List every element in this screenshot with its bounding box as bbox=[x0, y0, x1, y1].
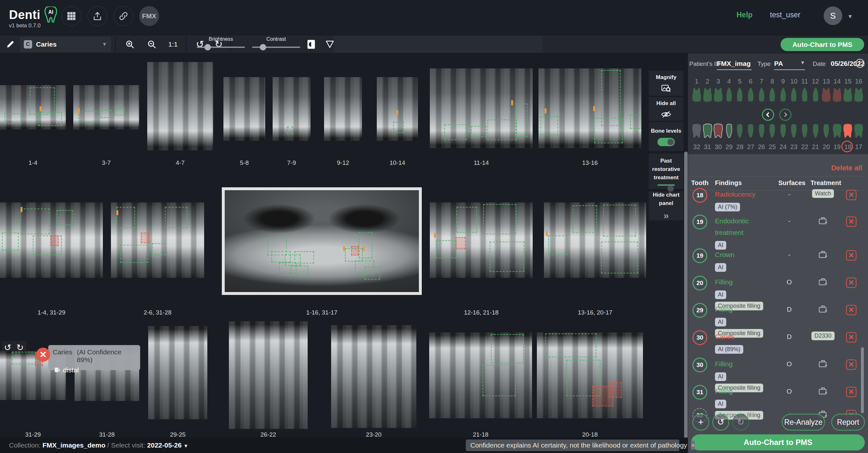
ai-finding-box[interactable] bbox=[487, 120, 516, 140]
tooth-lower-31[interactable] bbox=[703, 123, 712, 139]
add-treatment-icon[interactable] bbox=[818, 359, 828, 368]
tooth-number-lower[interactable]: 31 bbox=[702, 143, 713, 151]
tooth-number-upper[interactable]: 10 bbox=[788, 78, 799, 85]
tooth-lower-24[interactable] bbox=[778, 123, 788, 139]
ai-finding-box[interactable] bbox=[457, 207, 477, 233]
ai-finding-box[interactable] bbox=[490, 241, 525, 272]
ai-finding-box[interactable] bbox=[491, 334, 524, 363]
ai-finding-box[interactable] bbox=[393, 122, 404, 133]
tooth-upper-8[interactable] bbox=[767, 87, 777, 103]
ai-finding-box[interactable] bbox=[152, 243, 166, 255]
ai-finding-box[interactable] bbox=[359, 232, 372, 258]
fmx-view-button[interactable]: FMX bbox=[139, 6, 159, 26]
tooth-number-lower[interactable]: 24 bbox=[778, 143, 788, 151]
finding-surfaces[interactable]: O bbox=[780, 360, 799, 368]
findings-scrollbar[interactable] bbox=[861, 347, 864, 413]
brightness-slider[interactable] bbox=[197, 46, 245, 48]
ai-finding-box[interactable] bbox=[594, 118, 623, 143]
tooth-lower-32[interactable] bbox=[692, 123, 702, 139]
autochart-toolbar-button[interactable]: Auto-Chart to PMS bbox=[780, 38, 864, 51]
finding-tooth-circle[interactable]: 20 bbox=[692, 276, 707, 290]
ai-finding-box[interactable] bbox=[115, 108, 125, 115]
ai-finding-box[interactable] bbox=[116, 207, 135, 228]
xray-thumbnail[interactable] bbox=[537, 332, 643, 418]
chart-redo-button[interactable]: ↻ bbox=[732, 414, 749, 430]
finding-name[interactable]: Filling bbox=[715, 358, 774, 370]
tooth-lower-30[interactable] bbox=[713, 123, 723, 139]
tooth-number-lower[interactable]: 32 bbox=[691, 143, 702, 151]
finding-tooth-circle[interactable]: 29 bbox=[692, 303, 707, 318]
avatar[interactable]: S bbox=[824, 6, 842, 25]
finding-surfaces[interactable]: O bbox=[780, 387, 799, 395]
filter-button[interactable] bbox=[321, 35, 338, 53]
tooth-upper-15[interactable] bbox=[843, 87, 852, 103]
tooth-number-lower[interactable]: 25 bbox=[767, 143, 778, 151]
add-finding-button[interactable]: + bbox=[692, 414, 709, 430]
tooth-upper-6[interactable] bbox=[746, 87, 755, 103]
delete-finding-button[interactable]: ✕ bbox=[846, 278, 857, 288]
finding-tooth-circle[interactable]: 31 bbox=[692, 385, 707, 400]
xray-thumbnail[interactable] bbox=[147, 62, 213, 150]
finding-name[interactable]: Radiolucency bbox=[715, 189, 774, 200]
finding-tooth-circle[interactable]: 30 bbox=[692, 358, 707, 373]
ai-finding-box[interactable] bbox=[483, 204, 516, 234]
delete-finding-button[interactable]: ✕ bbox=[846, 217, 857, 227]
next-tooth-button[interactable] bbox=[779, 108, 792, 121]
xray-thumbnail[interactable] bbox=[273, 77, 311, 141]
finding-surfaces[interactable]: O bbox=[780, 278, 799, 286]
xray-thumbnail[interactable] bbox=[324, 77, 362, 141]
contrast-knob[interactable] bbox=[260, 44, 266, 51]
delete-all-link[interactable]: Delete all bbox=[831, 164, 862, 172]
reanalyze-button[interactable]: Re-Analyze bbox=[782, 414, 825, 430]
ai-finding-box[interactable] bbox=[483, 365, 515, 396]
ai-finding-box[interactable] bbox=[572, 205, 597, 233]
finding-tooth-circle[interactable]: 18 bbox=[692, 188, 707, 203]
tooth-number-lower[interactable]: 23 bbox=[788, 143, 799, 151]
tooth-lower-23[interactable] bbox=[789, 123, 799, 139]
delete-finding-button[interactable]: ✕ bbox=[846, 190, 857, 200]
grid-view-button[interactable] bbox=[61, 6, 81, 26]
report-button[interactable]: Report bbox=[831, 414, 865, 430]
autochart-panel-button[interactable]: Auto-Chart to PMS bbox=[691, 434, 865, 450]
panoramic-xray-thumbnail[interactable] bbox=[222, 187, 422, 295]
ai-finding-box[interactable] bbox=[294, 251, 314, 263]
tooth-number-upper[interactable]: 6 bbox=[745, 78, 756, 85]
tooth-upper-4[interactable] bbox=[724, 87, 734, 103]
finding-surfaces[interactable]: D bbox=[780, 333, 799, 341]
xray-thumbnail[interactable] bbox=[148, 326, 207, 419]
tooth-upper-13[interactable] bbox=[822, 87, 831, 103]
ai-finding-box[interactable] bbox=[165, 207, 187, 228]
magnify-button[interactable]: Magnify bbox=[649, 71, 683, 96]
ai-finding-box[interactable] bbox=[21, 208, 50, 234]
tooth-lower-27[interactable] bbox=[746, 123, 755, 139]
ai-finding-box[interactable] bbox=[120, 245, 148, 263]
caries-finding-box[interactable] bbox=[351, 246, 359, 255]
tooth-number-upper[interactable]: 11 bbox=[799, 78, 810, 85]
link-button[interactable] bbox=[114, 6, 133, 26]
finding-name[interactable]: Crown bbox=[715, 249, 774, 261]
finding-tooth-circle[interactable]: 19 bbox=[692, 215, 707, 229]
ai-finding-box[interactable] bbox=[57, 210, 73, 225]
xray-thumbnail[interactable] bbox=[331, 325, 416, 428]
tooth-upper-10[interactable] bbox=[789, 87, 799, 103]
ai-finding-box[interactable] bbox=[444, 124, 467, 140]
delete-finding-button[interactable]: ✕ bbox=[846, 305, 857, 315]
tooth-lower-28[interactable] bbox=[735, 123, 745, 139]
xray-thumbnail[interactable] bbox=[73, 85, 139, 129]
tooth-number-lower[interactable]: 29 bbox=[724, 143, 735, 151]
tooth-number-upper[interactable]: 9 bbox=[778, 78, 788, 85]
tooth-number-lower[interactable]: 21 bbox=[810, 143, 821, 151]
prev-tooth-button[interactable] bbox=[762, 108, 774, 121]
ai-finding-box[interactable] bbox=[630, 115, 641, 129]
ai-finding-box[interactable] bbox=[79, 111, 100, 122]
ai-finding-box[interactable] bbox=[471, 126, 487, 137]
finding-surfaces[interactable]: - bbox=[780, 217, 799, 225]
hide-chart-panel-button[interactable]: Hide chart panel » bbox=[649, 192, 683, 220]
xray-thumbnail[interactable] bbox=[430, 68, 533, 148]
zoom-reset-button[interactable]: 1:1 bbox=[164, 35, 181, 53]
finding-name[interactable]: Filling bbox=[715, 303, 774, 315]
help-link[interactable]: Help bbox=[737, 10, 752, 19]
tooth-number-lower[interactable]: 22 bbox=[799, 143, 810, 151]
tooth-number-upper[interactable]: 1 bbox=[691, 78, 702, 85]
caries-finding-box[interactable] bbox=[456, 237, 466, 249]
